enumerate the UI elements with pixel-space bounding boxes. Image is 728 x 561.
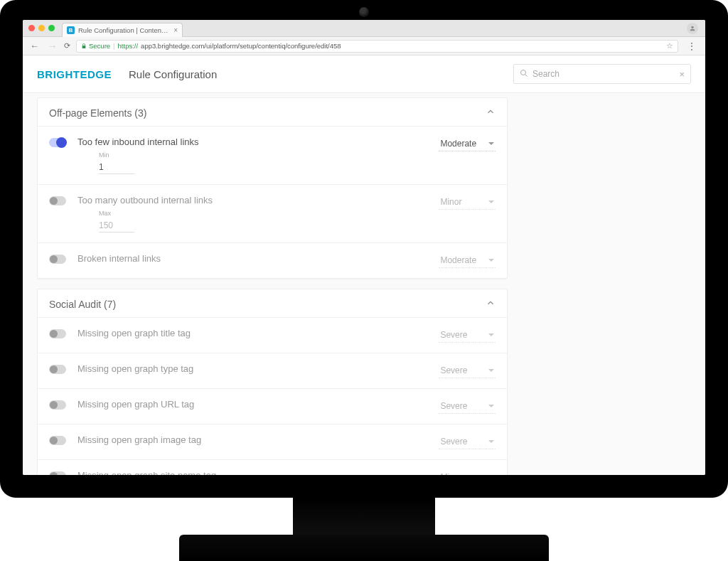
rule-toggle[interactable] (49, 471, 66, 475)
rule-label: Missing open graph title tag (77, 328, 427, 338)
browser-menu-icon[interactable]: ⋮ (684, 41, 700, 52)
profile-icon[interactable] (687, 23, 698, 34)
rule-row: Missing open graph image tag Severe (38, 424, 507, 459)
severity-value: Minor (440, 197, 461, 207)
bookmark-icon[interactable]: ☆ (666, 41, 673, 50)
caret-down-icon (488, 440, 494, 443)
caret-down-icon (488, 369, 494, 372)
url-box[interactable]: Secure | https://app3.brightedge.com/ui/… (76, 40, 678, 53)
severity-select[interactable]: Moderate (439, 253, 496, 268)
tab-close-icon[interactable]: × (173, 26, 178, 34)
secure-indicator: Secure (81, 42, 110, 50)
app-header: BRIGHTEDGE Rule Configuration × (23, 55, 705, 93)
chevron-up-icon (486, 298, 496, 310)
section-social-audit: Social Audit (7) Missing open graph titl… (37, 289, 508, 475)
rule-label: Missing open graph image tag (77, 434, 427, 445)
severity-select[interactable]: Minor (439, 195, 496, 210)
browser-tab-strip: B Rule Configuration | Content I... × (23, 20, 705, 37)
rule-toggle[interactable] (49, 329, 66, 338)
rule-toggle[interactable] (49, 196, 66, 205)
severity-select[interactable]: Severe (439, 328, 496, 343)
search-box[interactable]: × (513, 64, 691, 84)
severity-select[interactable]: Severe (439, 363, 496, 378)
rule-row: Too few inbound internal links Min Moder… (38, 126, 507, 184)
monitor-frame: B Rule Configuration | Content I... × ← … (0, 0, 728, 498)
maximize-window-button[interactable] (48, 25, 55, 31)
severity-select[interactable]: Minor (439, 470, 496, 475)
browser-tab[interactable]: B Rule Configuration | Content I... × (62, 23, 183, 37)
svg-line-2 (525, 74, 528, 76)
brand-logo: BRIGHTEDGE (37, 68, 112, 80)
rule-label: Missing open graph site name tag (77, 470, 427, 475)
window-controls (28, 25, 55, 31)
rule-row: Missing open graph type tag Severe (38, 353, 507, 388)
search-input[interactable] (532, 69, 675, 79)
monitor-stand-neck (293, 498, 435, 540)
reload-button[interactable]: ⟳ (64, 41, 70, 50)
url-path: app3.brightedge.com/ui/platform/setup/co… (141, 42, 341, 50)
rule-toggle[interactable] (49, 400, 66, 410)
secure-label: Secure (89, 42, 110, 50)
section-offpage-elements: Off-page Elements (3) Too few inbound in… (37, 97, 508, 279)
url-protocol: https:// (118, 42, 139, 50)
severity-value: Severe (440, 401, 467, 411)
rule-label: Broken internal links (77, 253, 427, 264)
section-title: Social Audit (7) (49, 299, 116, 310)
lock-icon (81, 43, 87, 49)
rule-row: Missing open graph site name tag Minor (38, 459, 507, 475)
severity-value: Severe (440, 365, 467, 375)
severity-value: Severe (440, 437, 467, 447)
caret-down-icon (488, 259, 494, 262)
clear-search-icon[interactable]: × (679, 69, 685, 80)
rule-toggle[interactable] (49, 138, 66, 147)
rule-toggle[interactable] (49, 255, 66, 264)
search-icon (520, 69, 528, 80)
severity-value: Severe (440, 330, 467, 340)
rule-label: Missing open graph URL tag (77, 399, 427, 410)
rule-label: Too few inbound internal links (77, 137, 427, 147)
rule-row: Broken internal links Moderate (38, 242, 507, 278)
webcam-icon (359, 7, 369, 17)
severity-select[interactable]: Severe (439, 399, 496, 414)
caret-down-icon (488, 201, 494, 203)
monitor-stand-base (179, 535, 549, 561)
section-header[interactable]: Social Audit (7) (38, 289, 507, 317)
rule-field-label: Min (99, 151, 427, 159)
favicon-icon: B (67, 26, 75, 34)
rule-field-label: Max (99, 210, 427, 217)
chevron-up-icon (486, 107, 496, 119)
rule-label: Missing open graph type tag (77, 363, 427, 374)
app-page: BRIGHTEDGE Rule Configuration × Off-page… (23, 55, 705, 475)
svg-point-1 (521, 70, 526, 75)
screen: B Rule Configuration | Content I... × ← … (23, 20, 705, 475)
address-bar: ← → ⟳ Secure | https://app3.brightedge.c… (23, 37, 705, 55)
rule-label: Too many outbound internal links (77, 195, 427, 205)
forward-button[interactable]: → (46, 41, 58, 51)
section-title: Off-page Elements (3) (49, 107, 146, 119)
severity-value: Moderate (440, 139, 476, 149)
tab-title: Rule Configuration | Content I... (78, 26, 170, 34)
caret-down-icon (488, 405, 494, 407)
rule-field-input[interactable] (99, 161, 134, 174)
rule-toggle[interactable] (49, 365, 66, 374)
caret-down-icon (488, 333, 494, 336)
severity-select[interactable]: Moderate (439, 137, 496, 151)
severity-value: Moderate (440, 255, 476, 265)
rule-row: Missing open graph title tag Severe (38, 317, 507, 353)
minimize-window-button[interactable] (38, 25, 45, 31)
close-window-button[interactable] (28, 25, 35, 31)
section-header[interactable]: Off-page Elements (3) (38, 98, 507, 126)
severity-value: Minor (440, 472, 461, 475)
rule-toggle[interactable] (49, 436, 66, 445)
svg-point-0 (691, 26, 693, 28)
content-area: Off-page Elements (3) Too few inbound in… (23, 93, 705, 475)
back-button[interactable]: ← (28, 41, 41, 51)
rule-row: Too many outbound internal links Max Min… (38, 184, 507, 242)
rule-row: Missing open graph URL tag Severe (38, 388, 507, 424)
page-title: Rule Configuration (129, 68, 217, 80)
rule-field-input (99, 219, 134, 233)
caret-down-icon (488, 142, 494, 145)
severity-select[interactable]: Severe (439, 434, 496, 449)
